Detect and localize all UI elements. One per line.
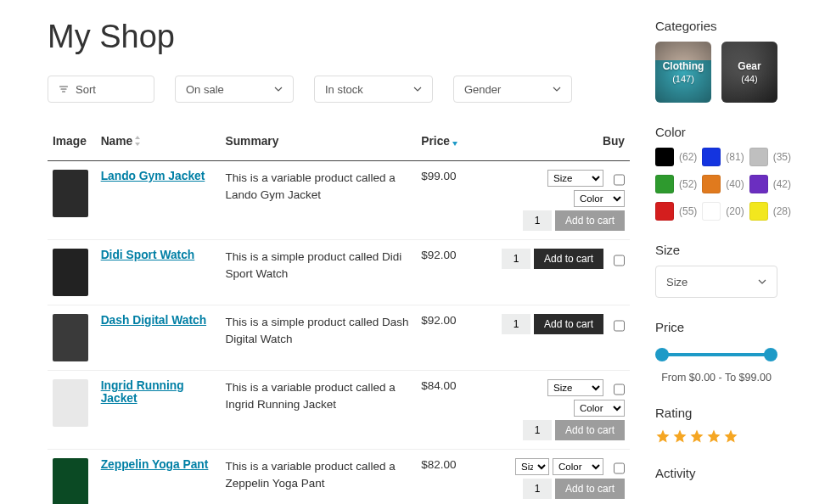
qty-input[interactable] <box>502 314 530 334</box>
product-link[interactable]: Didi Sport Watch <box>101 249 195 261</box>
star-icon <box>723 428 738 444</box>
color-swatch-item[interactable]: (40) <box>702 175 744 193</box>
product-link[interactable]: Dash Digital Watch <box>101 314 206 327</box>
filter-on-sale[interactable]: On sale <box>175 76 294 103</box>
add-to-cart-button[interactable]: Add to cart <box>534 314 603 334</box>
product-summary: This is a simple product called Dash Dig… <box>220 305 416 370</box>
product-summary: This is a simple product called Didi Spo… <box>220 239 416 305</box>
color-count: (42) <box>773 178 791 190</box>
star-icon <box>706 428 721 444</box>
price-slider[interactable] <box>655 348 777 361</box>
color-swatch <box>702 175 721 193</box>
chevron-down-icon <box>274 85 283 93</box>
filter-gender-label: Gender <box>464 83 501 96</box>
qty-input[interactable] <box>523 479 552 499</box>
star-icon <box>689 428 704 444</box>
category-name: Clothing <box>663 60 704 72</box>
chevron-down-icon <box>758 277 766 286</box>
filters-row: Sort On sale In stock Gender <box>48 76 630 103</box>
color-swatch <box>749 175 768 193</box>
rating-stars[interactable] <box>655 428 777 444</box>
size-heading: Size <box>655 243 777 257</box>
product-thumbnail[interactable] <box>53 458 88 504</box>
th-image[interactable]: Image <box>48 123 96 160</box>
filter-gender[interactable]: Gender <box>453 76 572 103</box>
color-swatch-item[interactable]: (20) <box>702 202 744 221</box>
row-checkbox[interactable] <box>614 317 625 334</box>
color-select[interactable]: Color <box>574 190 625 207</box>
row-checkbox[interactable] <box>614 383 625 396</box>
size-select[interactable]: Size <box>547 170 603 187</box>
category-card[interactable]: Clothing(147) <box>655 42 711 103</box>
row-checkbox[interactable] <box>614 252 625 269</box>
color-count: (55) <box>679 205 697 217</box>
qty-input[interactable] <box>523 420 552 440</box>
th-name[interactable]: Name <box>96 123 221 160</box>
slider-thumb-max[interactable] <box>764 348 777 361</box>
product-thumbnail[interactable] <box>53 249 88 296</box>
activity-heading: Activity <box>655 466 777 480</box>
price-heading: Price <box>655 320 777 334</box>
chevron-down-icon <box>553 85 561 93</box>
table-row: Zeppelin Yoga PantThis is a variable pro… <box>48 449 630 504</box>
product-link[interactable]: Zeppelin Yoga Pant <box>101 458 209 471</box>
color-select[interactable]: Color <box>574 400 625 417</box>
color-swatch-item[interactable]: (35) <box>749 148 791 166</box>
filter-in-stock[interactable]: In stock <box>314 76 433 103</box>
color-count: (20) <box>726 205 744 217</box>
color-count: (35) <box>773 151 791 163</box>
product-link[interactable]: Lando Gym Jacket <box>101 170 205 182</box>
color-swatch <box>655 202 674 221</box>
product-price: $92.00 <box>416 305 469 370</box>
category-count: (44) <box>741 74 758 84</box>
color-swatch-item[interactable]: (55) <box>655 202 697 221</box>
sort-label: Sort <box>76 83 96 96</box>
color-swatch <box>749 148 768 166</box>
qty-input[interactable] <box>523 210 552 231</box>
chevron-down-icon <box>413 85 422 93</box>
add-to-cart-button[interactable]: Add to cart <box>555 420 625 440</box>
size-select[interactable]: Size <box>655 266 777 298</box>
color-count: (40) <box>726 178 744 190</box>
product-thumbnail[interactable] <box>53 314 88 361</box>
slider-thumb-min[interactable] <box>655 348 669 361</box>
product-price: $84.00 <box>416 370 469 449</box>
size-select[interactable]: Size <box>515 458 549 475</box>
product-table: Image Name Summary Price Buy Lando Gym J… <box>48 123 630 504</box>
th-buy: Buy <box>469 123 630 160</box>
color-count: (28) <box>773 205 791 217</box>
color-swatch <box>749 202 768 221</box>
color-swatch-item[interactable]: (28) <box>749 202 791 221</box>
color-swatch-item[interactable]: (52) <box>655 175 697 193</box>
rating-heading: Rating <box>655 406 777 420</box>
th-summary[interactable]: Summary <box>220 123 416 160</box>
color-swatch <box>655 148 674 166</box>
product-link[interactable]: Ingrid Running Jacket <box>101 379 184 405</box>
categories-heading: Categories <box>655 19 777 33</box>
table-row: Dash Digital WatchThis is a simple produ… <box>48 305 630 370</box>
product-thumbnail[interactable] <box>53 170 88 217</box>
color-count: (81) <box>726 151 744 163</box>
color-swatch-item[interactable]: (81) <box>702 148 744 166</box>
add-to-cart-button[interactable]: Add to cart <box>555 479 625 499</box>
color-swatch-item[interactable]: (42) <box>749 175 791 193</box>
product-thumbnail[interactable] <box>53 379 88 427</box>
color-select[interactable]: Color <box>553 458 603 475</box>
table-row: Lando Gym JacketThis is a variable produ… <box>48 160 630 239</box>
category-card[interactable]: Gear(44) <box>721 42 777 103</box>
qty-input[interactable] <box>502 249 530 269</box>
size-select[interactable]: Size <box>547 379 603 396</box>
product-price: $82.00 <box>416 449 469 504</box>
add-to-cart-button[interactable]: Add to cart <box>534 249 603 269</box>
sort-button[interactable]: Sort <box>48 76 154 103</box>
product-summary: This is a variable product called a Land… <box>220 160 416 239</box>
add-to-cart-button[interactable]: Add to cart <box>555 210 625 231</box>
product-price: $99.00 <box>416 160 469 239</box>
row-checkbox[interactable] <box>614 173 625 187</box>
category-name: Gear <box>738 60 760 72</box>
slider-track <box>660 353 772 356</box>
row-checkbox[interactable] <box>614 462 625 475</box>
color-swatch-item[interactable]: (62) <box>655 148 697 166</box>
th-price[interactable]: Price <box>416 123 469 160</box>
product-summary: This is a variable product called a Zepp… <box>220 449 416 504</box>
